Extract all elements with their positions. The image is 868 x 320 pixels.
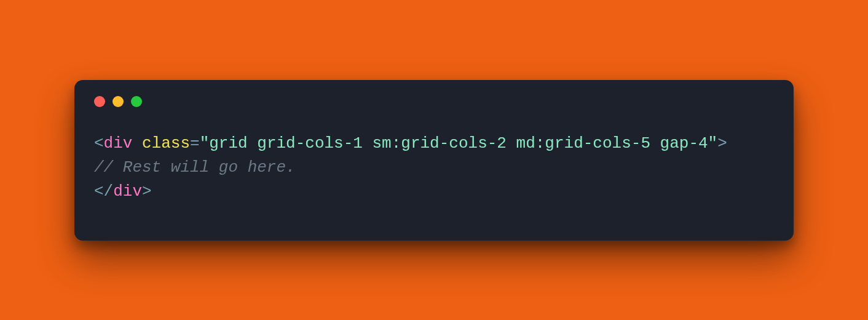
quote-close: " <box>708 134 718 153</box>
quote-open: " <box>200 134 210 153</box>
tag-div: div <box>104 134 133 153</box>
code-window: <div class="grid grid-cols-1 sm:grid-col… <box>74 80 794 241</box>
angle-open: < <box>94 134 104 153</box>
code-block: <div class="grid grid-cols-1 sm:grid-col… <box>94 132 774 204</box>
code-line-1: <div class="grid grid-cols-1 sm:grid-col… <box>94 134 727 153</box>
maximize-icon[interactable] <box>131 96 142 107</box>
angle-close: > <box>717 134 727 153</box>
space <box>132 134 142 153</box>
attr-class: class <box>142 134 190 153</box>
class-string: grid grid-cols-1 sm:grid-cols-2 md:grid-… <box>209 134 708 153</box>
comment: // Rest will go here. <box>94 158 296 177</box>
angle-close: > <box>142 182 152 201</box>
window-controls <box>94 96 774 107</box>
code-line-3: </div> <box>94 182 152 201</box>
code-line-2: // Rest will go here. <box>94 158 296 177</box>
equals: = <box>190 134 200 153</box>
close-icon[interactable] <box>94 96 105 107</box>
tag-div-close: div <box>113 182 142 201</box>
minimize-icon[interactable] <box>112 96 124 107</box>
angle-open-slash: </ <box>94 182 113 201</box>
